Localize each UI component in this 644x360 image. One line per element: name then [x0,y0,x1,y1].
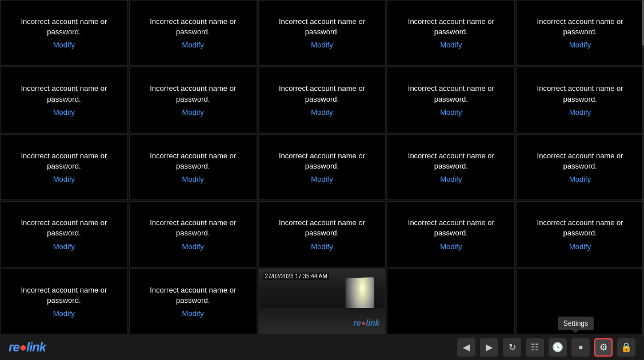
modify-link-13[interactable]: Modify [311,175,333,183]
modify-link-19[interactable]: Modify [440,242,462,251]
camera-cell-15[interactable]: Incorrect account name orpassword. Modif… [516,134,644,200]
modify-link-3[interactable]: Modify [311,41,333,49]
camera-cell-5[interactable]: Incorrect account name orpassword. Modif… [516,0,644,66]
lock-icon: 🔒 [621,342,632,353]
camera-cell-24[interactable] [387,269,515,334]
modify-link-22[interactable]: Modify [182,309,204,318]
prev-button[interactable]: ◀ [457,338,475,357]
history-icon: 🕓 [552,342,563,353]
grid-icon: ☷ [531,342,539,353]
modify-link-20[interactable]: Modify [569,242,591,251]
error-message-19: Incorrect account name orpassword. [408,218,494,238]
error-message-12: Incorrect account name orpassword. [150,151,236,171]
camera-cell-16[interactable]: Incorrect account name orpassword. Modif… [0,201,128,267]
error-message-3: Incorrect account name orpassword. [279,17,365,37]
error-message-6: Incorrect account name orpassword. [21,83,107,104]
camera-cell-18[interactable]: Incorrect account name orpassword. Modif… [258,201,386,267]
modify-link-18[interactable]: Modify [311,242,333,251]
modify-link-6[interactable]: Modify [53,108,75,117]
camera-cell-8[interactable]: Incorrect account name orpassword. Modif… [258,67,386,133]
camera-cell-21[interactable]: Incorrect account name orpassword. Modif… [0,269,128,334]
refresh-button[interactable]: ↻ [503,338,521,357]
camera-cell-14[interactable]: Incorrect account name orpassword. Modif… [387,134,515,200]
error-message-2: Incorrect account name orpassword. [150,17,236,37]
error-message-14: Incorrect account name orpassword. [408,151,494,171]
error-message-5: Incorrect account name orpassword. [537,17,623,37]
history-button[interactable]: 🕓 [549,338,567,357]
error-message-11: Incorrect account name orpassword. [21,151,107,171]
camera-cell-4[interactable]: Incorrect account name orpassword. Modif… [387,0,515,66]
camera-grid: Incorrect account name orpassword. Modif… [0,0,644,334]
modify-link-12[interactable]: Modify [182,175,204,183]
feed-image: 27/02/2023 17:35:44 AM re●link [259,269,386,334]
toolbar: re●link ◀ ▶ ↻ ☷ 🕓 ■ ⚙ 🔒 [0,334,644,360]
scroll-thumb [642,0,644,46]
modify-link-10[interactable]: Modify [569,108,591,117]
error-message-10: Incorrect account name orpassword. [537,83,623,104]
error-message-8: Incorrect account name orpassword. [279,83,365,104]
camera-cell-12[interactable]: Incorrect account name orpassword. Modif… [129,134,257,200]
error-message-9: Incorrect account name orpassword. [408,83,494,104]
camera-cell-20[interactable]: Incorrect account name orpassword. Modif… [516,201,644,267]
feed-logo: re●link [354,318,380,328]
modify-link-8[interactable]: Modify [311,108,333,117]
camera-cell-1[interactable]: Incorrect account name orpassword. Modif… [0,0,128,66]
modify-link-15[interactable]: Modify [569,175,591,183]
modify-link-4[interactable]: Modify [440,41,462,49]
error-message-17: Incorrect account name orpassword. [150,218,236,238]
camera-feed: 27/02/2023 17:35:44 AM re●link [259,269,386,334]
camera-cell-13[interactable]: Incorrect account name orpassword. Modif… [258,134,386,200]
error-message-7: Incorrect account name orpassword. [150,83,236,104]
error-message-4: Incorrect account name orpassword. [408,17,494,37]
settings-tooltip: Settings [558,317,594,330]
feed-timestamp: 27/02/2023 17:35:44 AM [263,273,329,280]
next-button[interactable]: ▶ [480,338,498,357]
scroll-indicator[interactable] [642,0,644,334]
camera-cell-7[interactable]: Incorrect account name orpassword. Modif… [129,67,257,133]
grid-button[interactable]: ☷ [526,338,544,357]
modify-link-21[interactable]: Modify [53,309,75,318]
error-message-13: Incorrect account name orpassword. [279,151,365,171]
record-icon: ■ [578,343,582,351]
camera-cell-2[interactable]: Incorrect account name orpassword. Modif… [129,0,257,66]
logo-dot: ● [19,340,26,354]
settings-button[interactable]: ⚙ [594,338,613,357]
modify-link-5[interactable]: Modify [569,41,591,49]
error-message-22: Incorrect account name orpassword. [150,285,236,306]
camera-cell-23-feed[interactable]: 27/02/2023 17:35:44 AM re●link [258,269,386,334]
modify-link-9[interactable]: Modify [440,108,462,117]
modify-link-7[interactable]: Modify [182,108,204,117]
prev-icon: ◀ [463,342,470,353]
modify-link-14[interactable]: Modify [440,175,462,183]
error-message-1: Incorrect account name orpassword. [21,17,107,37]
camera-cell-10[interactable]: Incorrect account name orpassword. Modif… [516,67,644,133]
app-logo: re●link [9,340,46,355]
error-message-21: Incorrect account name orpassword. [21,285,107,306]
modify-link-11[interactable]: Modify [53,175,75,183]
modify-link-2[interactable]: Modify [182,41,204,49]
settings-icon: ⚙ [599,342,607,353]
modify-link-1[interactable]: Modify [53,41,75,49]
next-icon: ▶ [486,342,493,353]
modify-link-16[interactable]: Modify [53,242,75,251]
error-message-15: Incorrect account name orpassword. [537,151,623,171]
error-message-20: Incorrect account name orpassword. [537,218,623,238]
refresh-icon: ↻ [509,342,516,353]
camera-cell-19[interactable]: Incorrect account name orpassword. Modif… [387,201,515,267]
error-message-18: Incorrect account name orpassword. [279,218,365,238]
record-button[interactable]: ■ [571,338,590,357]
camera-cell-6[interactable]: Incorrect account name orpassword. Modif… [0,67,128,133]
camera-cell-11[interactable]: Incorrect account name orpassword. Modif… [0,134,128,200]
lock-button[interactable]: 🔒 [617,338,635,357]
modify-link-17[interactable]: Modify [182,242,204,251]
camera-cell-9[interactable]: Incorrect account name orpassword. Modif… [387,67,515,133]
camera-cell-3[interactable]: Incorrect account name orpassword. Modif… [258,0,386,66]
error-message-16: Incorrect account name orpassword. [21,218,107,238]
camera-cell-22[interactable]: Incorrect account name orpassword. Modif… [129,269,257,334]
toolbar-controls: ◀ ▶ ↻ ☷ 🕓 ■ ⚙ 🔒 [449,338,644,357]
camera-cell-17[interactable]: Incorrect account name orpassword. Modif… [129,201,257,267]
logo-area: re●link [0,340,54,355]
